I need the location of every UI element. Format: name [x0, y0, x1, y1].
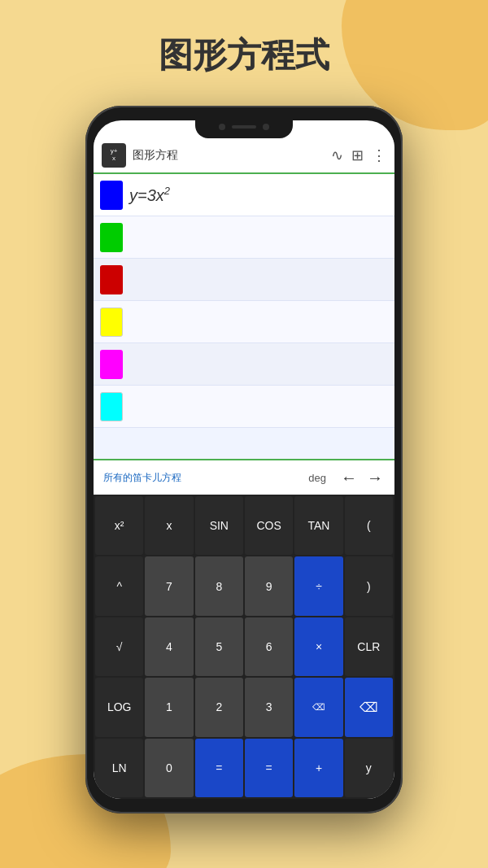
btn-6[interactable]: 6: [245, 617, 293, 676]
btn-backspace[interactable]: ⌫: [345, 678, 393, 736]
camera-dot: [219, 124, 225, 130]
phone-notch: [195, 120, 293, 138]
calc-keyboard: x² x SIN COS TAN ( ^ 7 8 9 ÷ ) √ 4 5 6 ×…: [94, 495, 394, 799]
btn-8[interactable]: 8: [195, 556, 243, 615]
equation-row-3[interactable]: [94, 259, 394, 301]
btn-plus[interactable]: +: [294, 739, 342, 797]
btn-open-paren[interactable]: (: [345, 496, 393, 555]
btn-1[interactable]: 1: [145, 678, 193, 736]
btn-multiply[interactable]: ×: [294, 617, 342, 676]
nav-cartesian-text[interactable]: 所有的笛卡儿方程: [103, 471, 302, 485]
btn-tan[interactable]: TAN: [294, 496, 342, 555]
color-swatch-magenta: [100, 350, 123, 379]
app-logo-text: y+x: [111, 148, 118, 163]
sensor-dot: [263, 124, 269, 130]
app-title: 图形方程: [133, 148, 331, 163]
btn-divide[interactable]: ÷: [294, 556, 342, 615]
nav-deg-mode[interactable]: deg: [308, 472, 326, 484]
speaker-line: [232, 125, 256, 129]
equation-row-5[interactable]: [94, 343, 394, 386]
btn-x2[interactable]: x²: [95, 496, 143, 555]
btn-equals-1[interactable]: =: [195, 739, 243, 797]
color-swatch-red: [100, 265, 123, 294]
btn-clr[interactable]: CLR: [345, 617, 393, 676]
btn-5[interactable]: 5: [195, 617, 243, 676]
btn-x[interactable]: x: [145, 496, 193, 555]
color-swatch-cyan: [100, 392, 123, 421]
equation-row-2[interactable]: [94, 216, 394, 259]
phone-frame: y+x 图形方程 ∿ ⊞ ⋮ y=3x2: [85, 106, 403, 813]
app-icons: ∿ ⊞ ⋮: [331, 146, 386, 164]
btn-9[interactable]: 9: [245, 556, 293, 615]
btn-y[interactable]: y: [345, 739, 393, 797]
equations-area: y=3x2: [94, 174, 394, 459]
btn-0[interactable]: 0: [145, 739, 193, 797]
btn-sin[interactable]: SIN: [195, 496, 243, 555]
equation-text-1: y=3x2: [129, 185, 170, 205]
btn-2[interactable]: 2: [195, 678, 243, 736]
btn-caret[interactable]: ^: [95, 556, 143, 615]
btn-sqrt[interactable]: √: [95, 617, 143, 676]
btn-log[interactable]: LOG: [95, 678, 143, 736]
app-bottom-nav: 所有的笛卡儿方程 deg ← →: [94, 459, 394, 495]
color-swatch-blue: [100, 181, 123, 210]
equation-row-6[interactable]: [94, 386, 394, 428]
table-icon[interactable]: ⊞: [351, 146, 364, 164]
color-swatch-green: [100, 223, 123, 252]
btn-7[interactable]: 7: [145, 556, 193, 615]
phone-screen: y+x 图形方程 ∿ ⊞ ⋮ y=3x2: [94, 120, 394, 799]
btn-cos[interactable]: COS: [245, 496, 293, 555]
btn-equals-2[interactable]: =: [245, 739, 293, 797]
more-icon[interactable]: ⋮: [372, 146, 386, 164]
nav-right-arrow[interactable]: →: [367, 469, 383, 487]
btn-4[interactable]: 4: [145, 617, 193, 676]
notch-sensors: [195, 120, 293, 130]
app-header: y+x 图形方程 ∿ ⊞ ⋮: [94, 138, 394, 174]
equation-row-4[interactable]: [94, 301, 394, 343]
equation-row-1[interactable]: y=3x2: [94, 174, 394, 216]
btn-close-paren[interactable]: ): [345, 556, 393, 615]
btn-3[interactable]: 3: [245, 678, 293, 736]
page-title: 图形方程式: [0, 33, 488, 78]
app-logo: y+x: [102, 143, 126, 168]
btn-ln[interactable]: LN: [95, 739, 143, 797]
color-swatch-yellow: [100, 308, 123, 337]
graph-icon[interactable]: ∿: [331, 146, 343, 164]
btn-plus-row4[interactable]: ⌫: [294, 678, 342, 736]
nav-left-arrow[interactable]: ←: [341, 469, 357, 487]
